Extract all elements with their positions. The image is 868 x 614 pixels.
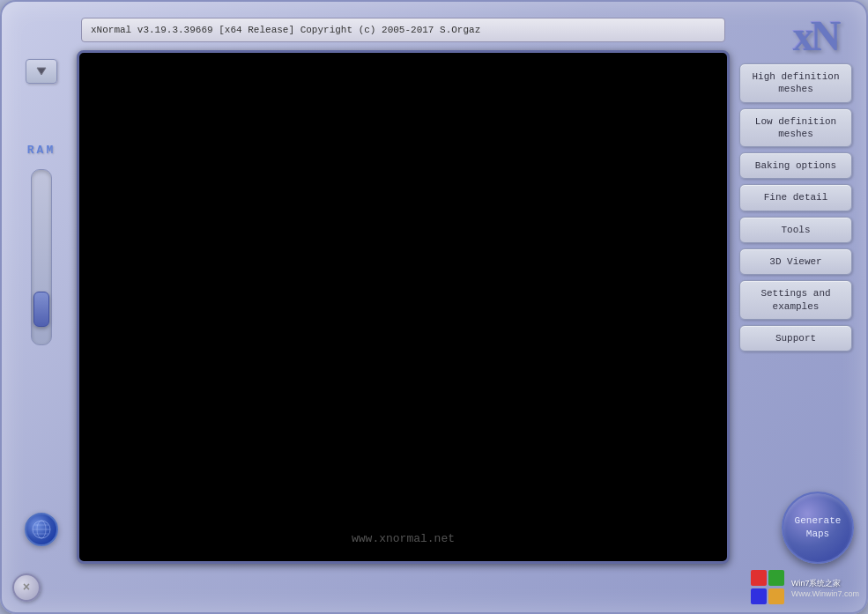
slider-thumb[interactable] [33,292,49,327]
watermark-text-block: Win7系统之家 Www.Winwin7.com [791,578,859,598]
generate-label-line1: Generate [795,514,842,528]
watermark-line2: Www.Winwin7.com [791,589,859,598]
scroll-down-button[interactable] [26,59,57,84]
windows-logo [751,570,786,605]
close-icon: × [23,581,30,595]
ram-label: RAM [27,144,56,157]
right-sidebar: High definitionmeshes Low definitionmesh… [734,63,857,351]
generate-maps-button[interactable]: Generate Maps [782,492,854,564]
left-sidebar: RAM [11,50,72,564]
watermark-line1: Win7系统之家 [791,578,859,589]
3d-viewer-button[interactable]: 3D Viewer [739,248,852,275]
app-logo: xN [793,11,838,60]
high-def-meshes-button[interactable]: High definitionmeshes [739,63,852,103]
generate-label-line2: Maps [806,528,829,541]
svg-marker-0 [37,68,46,75]
win-pane-yellow [768,588,784,604]
win-pane-blue [751,588,767,604]
fine-detail-button[interactable]: Fine detail [739,184,852,211]
ram-slider[interactable] [31,169,52,345]
canvas-watermark: www.xnormal.net [352,532,455,545]
win-pane-red [751,570,767,586]
baking-options-button[interactable]: Baking options [739,152,852,179]
win-pane-green [768,570,784,586]
logo-area: xN [771,9,859,62]
app-window: xNormal v3.19.3.39669 [x64 Release] Copy… [0,0,868,614]
title-bar: xNormal v3.19.3.39669 [x64 Release] Copy… [81,18,725,42]
low-def-meshes-button[interactable]: Low definitionmeshes [739,108,852,148]
title-bar-text: xNormal v3.19.3.39669 [x64 Release] Copy… [91,25,480,35]
close-button[interactable]: × [12,573,41,602]
globe-svg [31,519,52,540]
support-button[interactable]: Support [739,325,852,351]
main-canvas: www.xnormal.net [77,50,730,564]
tools-button[interactable]: Tools [739,217,852,243]
down-arrow-icon [35,66,48,77]
settings-examples-button[interactable]: Settings andexamples [739,280,852,320]
globe-icon[interactable] [25,513,58,546]
watermark-row: Win7系统之家 Www.Winwin7.com [751,570,859,605]
watermark-bottom-right: Win7系统之家 Www.Winwin7.com [751,570,859,605]
